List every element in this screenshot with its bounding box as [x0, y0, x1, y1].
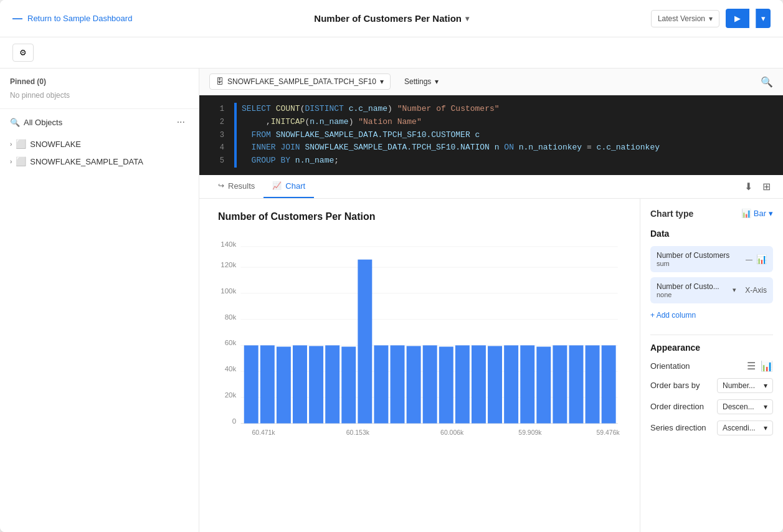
chart-title: Number of Customers Per Nation: [218, 211, 621, 222]
right-panel: Chart type 📊 Bar ▾ Data Number of Custom: [640, 199, 783, 532]
code-line-3: 3 FROM SNOWFLAKE_SAMPLE_DATA.TPCH_SF10.C…: [199, 129, 783, 142]
search-icon: 🔍: [10, 118, 20, 127]
order-direction-select[interactable]: Descen... ▾: [717, 399, 773, 414]
data-title: Data: [650, 229, 773, 239]
version-chevron-icon: ▾: [709, 14, 713, 23]
split-view-button[interactable]: ⊞: [760, 178, 773, 195]
code-line-2: 2 ,INITCAP(n.n_name) "Nation Name": [199, 116, 783, 129]
db-icon: 🗄: [216, 77, 224, 86]
svg-text:140k: 140k: [221, 240, 236, 248]
order-bars-chevron-icon: ▾: [764, 381, 767, 390]
page-title: Number of Customers Per Nation ▾: [314, 13, 469, 24]
orientation-row: Orientation ☰ 📊: [650, 360, 773, 372]
svg-rect-20: [309, 346, 323, 423]
svg-text:59.476k: 59.476k: [597, 429, 620, 436]
title-dropdown-icon[interactable]: ▾: [465, 14, 469, 23]
editor-area: 🗄 SNOWFLAKE_SAMPLE_DATA.TPCH_SF10 ▾ Sett…: [199, 69, 783, 532]
app-container: — Return to Sample Dashboard Number of C…: [0, 0, 783, 532]
svg-rect-24: [374, 345, 388, 423]
all-objects-header: 🔍 All Objects ···: [0, 109, 199, 135]
chart-container: Number of Customers Per Nation 0 20k 40k…: [199, 199, 783, 532]
header-right: Latest Version ▾ ▶ ▾: [651, 9, 771, 28]
svg-rect-21: [325, 345, 339, 423]
code-line-1: 1 SELECT COUNT(DISTINCT c.c_name) "Numbe…: [199, 103, 783, 116]
svg-text:60.153k: 60.153k: [346, 429, 370, 436]
order-direction-row: Order direction Descen... ▾: [650, 399, 773, 414]
svg-rect-18: [277, 346, 291, 423]
svg-rect-25: [391, 345, 405, 423]
svg-rect-29: [455, 345, 470, 423]
chart-icon: 📈: [272, 181, 282, 190]
code-line-4: 4 INNER JOIN SNOWFLAKE_SAMPLE_DATA.TPCH_…: [199, 141, 783, 154]
chart-area: Number of Customers Per Nation 0 20k 40k…: [199, 199, 640, 532]
order-bars-row: Order bars by Number... ▾: [650, 378, 773, 393]
horizontal-orient-icon[interactable]: ☰: [747, 360, 756, 372]
database-icon: ⬜: [16, 139, 26, 149]
db-selector-chevron-icon: ▾: [380, 77, 384, 86]
database-icon: ⬜: [16, 156, 26, 166]
order-direction-label: Order direction: [650, 402, 704, 411]
svg-text:60.006k: 60.006k: [440, 429, 464, 436]
svg-text:80k: 80k: [225, 313, 237, 321]
bar-selector-chevron-icon: ▾: [769, 209, 773, 218]
search-button[interactable]: 🔍: [761, 76, 773, 88]
svg-rect-33: [520, 345, 534, 423]
pill1-chevron-icon[interactable]: —: [746, 255, 752, 263]
svg-text:120k: 120k: [221, 261, 236, 268]
svg-text:60k: 60k: [225, 339, 237, 346]
chevron-right-icon: ›: [10, 141, 12, 148]
orientation-label: Orientation: [650, 361, 690, 371]
settings-button[interactable]: Settings ▾: [398, 74, 445, 89]
download-button[interactable]: ⬇: [742, 178, 755, 195]
svg-rect-27: [423, 345, 437, 423]
code-line-5: 5 GROUP BY n.n_name;: [199, 154, 783, 168]
svg-rect-30: [472, 345, 486, 423]
filter-button[interactable]: ⚙: [12, 44, 34, 62]
chart-type-section: Chart type 📊 Bar ▾: [650, 209, 773, 219]
code-editor: 1 SELECT COUNT(DISTINCT c.c_name) "Numbe…: [199, 95, 783, 175]
run-dropdown-button[interactable]: ▾: [756, 9, 771, 28]
svg-rect-22: [341, 346, 356, 423]
tab-results[interactable]: ↪ Results: [209, 175, 263, 198]
series-direction-select[interactable]: Ascendi... ▾: [717, 420, 773, 435]
toolbar: ⚙: [0, 37, 783, 69]
series-direction-label: Series direction: [650, 423, 706, 432]
results-icon: ↪: [218, 181, 224, 190]
svg-rect-19: [293, 345, 307, 423]
main-content: Pinned (0) No pinned objects 🔍 All Objec…: [0, 69, 783, 532]
svg-rect-34: [536, 346, 551, 423]
sidebar-item-snowflake[interactable]: › ⬜ SNOWFLAKE: [0, 135, 199, 153]
all-objects-label[interactable]: 🔍 All Objects: [10, 118, 62, 127]
back-link-label: Return to Sample Dashboard: [27, 14, 132, 23]
order-bars-select[interactable]: Number... ▾: [717, 378, 773, 393]
svg-rect-17: [260, 345, 275, 423]
chart-type-selector[interactable]: 📊 Bar ▾: [741, 209, 773, 218]
appearance-title: Appearance: [650, 343, 773, 353]
pill1-bar-icon[interactable]: 📊: [756, 254, 767, 264]
version-selector[interactable]: Latest Version ▾: [651, 10, 719, 27]
svg-rect-37: [586, 345, 600, 423]
svg-rect-35: [553, 345, 567, 423]
data-pill-x-axis: Number of Custo... none ▾ X-Axis: [650, 277, 773, 303]
order-bars-label: Order bars by: [650, 381, 700, 390]
add-column-button[interactable]: + Add column: [650, 308, 773, 322]
svg-text:100k: 100k: [221, 287, 236, 295]
series-dir-chevron-icon: ▾: [764, 424, 767, 432]
more-button[interactable]: ···: [173, 115, 189, 129]
db-selector[interactable]: 🗄 SNOWFLAKE_SAMPLE_DATA.TPCH_SF10 ▾: [209, 74, 391, 90]
chart-type-label: Chart type: [650, 209, 693, 219]
svg-rect-16: [244, 345, 259, 423]
bar-chart-icon: 📊: [741, 209, 751, 218]
data-pill-customers: Number of Customers sum — 📊: [650, 246, 773, 272]
tab-chart[interactable]: 📈 Chart: [263, 175, 314, 198]
vertical-orient-icon[interactable]: 📊: [761, 360, 773, 372]
filter-icon: ⚙: [19, 48, 27, 57]
run-button[interactable]: ▶: [726, 9, 749, 28]
svg-text:0: 0: [232, 417, 236, 425]
pill2-chevron-icon[interactable]: ▾: [733, 286, 736, 294]
back-link[interactable]: — Return to Sample Dashboard: [12, 13, 132, 24]
svg-rect-26: [407, 346, 421, 423]
sidebar-item-snowflake-sample-data[interactable]: › ⬜ SNOWFLAKE_SAMPLE_DATA: [0, 153, 199, 170]
svg-rect-28: [439, 346, 453, 423]
svg-text:20k: 20k: [225, 391, 237, 399]
